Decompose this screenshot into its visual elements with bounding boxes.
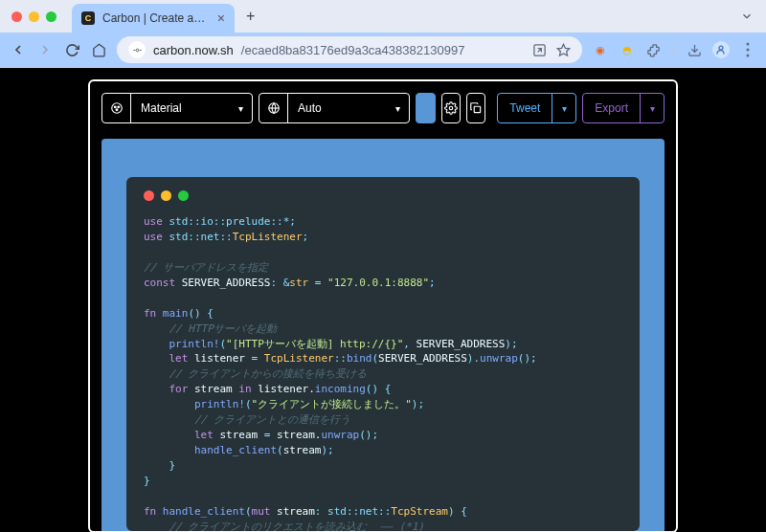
language-label: Auto (288, 94, 386, 122)
svg-rect-17 (475, 106, 481, 112)
browser-tab[interactable]: C Carbon | Create and share be × (72, 4, 235, 33)
background-color-button[interactable] (416, 93, 436, 123)
favicon-icon: C (81, 11, 95, 25)
tab-overflow-icon[interactable] (735, 5, 758, 28)
window-dots (144, 190, 622, 201)
theme-label: Material (131, 94, 229, 122)
toolbar: Material ▾ Auto ▾ Tweet ▾ Export ▾ (101, 93, 665, 123)
ext-ublock-icon[interactable]: ◉ (592, 41, 609, 58)
address-bar: carbon.now.sh/ecaed8ba83176ed9a3ca438382… (0, 33, 766, 67)
forward-button[interactable] (36, 41, 54, 58)
browser-chrome: C Carbon | Create and share be × + carbo… (0, 0, 766, 68)
extension-icons: ◉ ◓ | (592, 41, 756, 58)
canvas: use std::io::prelude::*; use std::net::T… (101, 139, 665, 531)
bookmark-icon[interactable] (556, 43, 571, 57)
tweet-button[interactable]: Tweet ▾ (497, 93, 576, 123)
ext-1password-icon[interactable]: ◓ (619, 41, 636, 58)
svg-point-12 (117, 106, 119, 108)
chevron-down-icon[interactable]: ▾ (641, 94, 664, 122)
svg-point-13 (116, 109, 118, 111)
url-domain: carbon.now.sh (153, 43, 234, 57)
share-icon[interactable] (532, 43, 547, 57)
svg-point-16 (450, 106, 454, 110)
reload-button[interactable] (63, 41, 80, 58)
ext-puzzle-icon[interactable] (645, 41, 663, 58)
copy-button[interactable] (466, 93, 485, 123)
viewport: Material ▾ Auto ▾ Tweet ▾ Export ▾ (0, 68, 766, 532)
chevron-down-icon: ▾ (229, 94, 252, 122)
dot-yellow-icon (161, 190, 171, 201)
svg-point-9 (747, 55, 750, 57)
home-button[interactable] (90, 41, 107, 58)
chevron-down-icon[interactable]: ▾ (552, 94, 575, 122)
window-minimize-icon[interactable] (29, 11, 39, 22)
export-label: Export (583, 94, 641, 122)
theme-icon (102, 94, 131, 122)
settings-button[interactable] (441, 93, 461, 123)
language-icon (259, 94, 288, 122)
window-traffic-lights (11, 11, 56, 22)
new-tab-button[interactable]: + (240, 8, 260, 25)
dot-green-icon (178, 190, 189, 201)
svg-point-6 (719, 46, 723, 50)
chevron-down-icon: ▾ (386, 94, 409, 122)
theme-select[interactable]: Material ▾ (101, 93, 253, 123)
dot-red-icon (144, 190, 154, 201)
window-maximize-icon[interactable] (46, 11, 56, 22)
svg-point-8 (747, 49, 750, 52)
code-window[interactable]: use std::io::prelude::*; use std::net::T… (126, 177, 640, 531)
back-button[interactable] (10, 41, 27, 58)
tab-close-icon[interactable]: × (217, 11, 225, 26)
code-editor[interactable]: use std::io::prelude::*; use std::net::T… (144, 214, 622, 531)
window-close-icon[interactable] (11, 11, 22, 22)
download-icon[interactable] (686, 41, 703, 58)
tweet-label: Tweet (498, 94, 552, 122)
svg-point-0 (136, 49, 139, 52)
menu-icon[interactable] (739, 41, 756, 58)
profile-icon[interactable] (712, 41, 730, 58)
tab-bar: C Carbon | Create and share be × + (0, 0, 766, 33)
tab-title: Carbon | Create and share be (102, 11, 210, 25)
language-select[interactable]: Auto ▾ (259, 93, 410, 123)
svg-point-11 (114, 106, 116, 108)
svg-point-7 (747, 43, 750, 46)
url-input[interactable]: carbon.now.sh/ecaed8ba83176ed9a3ca438382… (117, 36, 582, 63)
export-button[interactable]: Export ▾ (582, 93, 665, 123)
site-info-icon[interactable] (128, 41, 146, 58)
url-path: /ecaed8ba83176ed9a3ca438382130997 (241, 43, 465, 57)
svg-point-10 (111, 103, 122, 114)
svg-marker-4 (557, 44, 570, 55)
app-frame: Material ▾ Auto ▾ Tweet ▾ Export ▾ (88, 79, 678, 532)
separator: | (672, 41, 676, 58)
